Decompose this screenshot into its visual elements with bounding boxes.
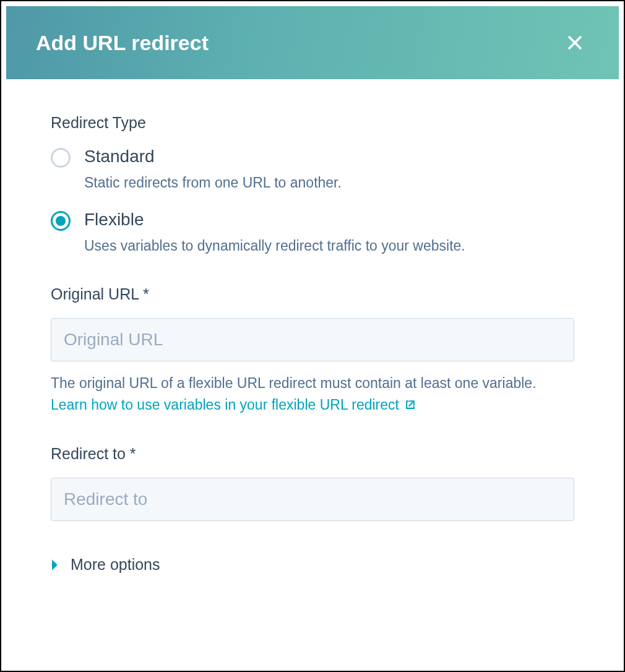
original-url-label: Original URL *	[51, 285, 574, 303]
radio-desc-standard: Static redirects from one URL to another…	[84, 173, 574, 192]
redirect-type-group: Standard Static redirects from one URL t…	[51, 147, 574, 256]
original-url-input[interactable]	[51, 318, 574, 361]
original-url-helper: The original URL of a flexible URL redir…	[51, 373, 574, 415]
radio-label-standard: Standard	[84, 147, 574, 166]
chevron-right-icon	[51, 559, 59, 571]
radio-desc-flexible: Uses variables to dynamically redirect t…	[84, 236, 574, 256]
radio-option-flexible[interactable]: Flexible Uses variables to dynamically r…	[51, 210, 574, 256]
close-icon	[566, 33, 584, 52]
radio-icon	[51, 211, 71, 231]
external-link-icon	[404, 398, 416, 411]
learn-variables-link[interactable]: Learn how to use variables in your flexi…	[51, 394, 416, 416]
redirect-type-label: Redirect Type	[51, 114, 574, 132]
dialog-body: Redirect Type Standard Static redirects …	[1, 84, 624, 593]
helper-text-content: The original URL of a flexible URL redir…	[51, 375, 537, 391]
redirect-to-input[interactable]	[51, 478, 574, 521]
radio-label-flexible: Flexible	[84, 210, 574, 230]
radio-icon	[51, 148, 71, 168]
redirect-to-label: Redirect to *	[51, 445, 574, 463]
radio-option-standard[interactable]: Standard Static redirects from one URL t…	[51, 147, 574, 192]
more-options-label: More options	[71, 556, 160, 574]
dialog-title: Add URL redirect	[36, 31, 209, 55]
link-text: Learn how to use variables in your flexi…	[51, 394, 399, 416]
more-options-toggle[interactable]: More options	[51, 556, 574, 574]
close-button[interactable]	[561, 28, 589, 57]
dialog-header: Add URL redirect	[6, 6, 619, 79]
